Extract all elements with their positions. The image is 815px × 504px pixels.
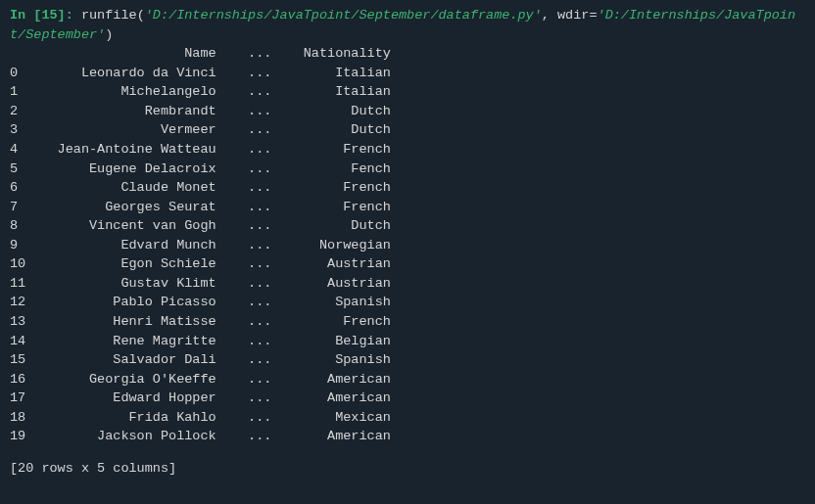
table-row: 10 Egon Schiele ... Austrian: [10, 254, 805, 274]
table-row: 17 Edward Hopper ... American: [10, 389, 805, 408]
table-row: 7 Georges Seurat ... French: [10, 198, 805, 217]
table-body: 0 Leonardo da Vinci ... Italian1 Michela…: [10, 64, 805, 446]
table-footer: [20 rows x 5 columns]: [10, 459, 805, 479]
prompt-close: ]:: [58, 8, 81, 23]
blank-line: [10, 446, 805, 460]
table-row: 15 Salvador Dali ... Spanish: [10, 350, 805, 370]
table-header: Name ... Nationality: [10, 44, 805, 64]
table-row: 19 Jackson Pollock ... American: [10, 427, 805, 446]
table-row: 4 Jean-Antoine Watteau ... French: [10, 140, 805, 160]
table-row: 18 Frida Kahlo ... Mexican: [10, 408, 805, 428]
table-row: 2 Rembrandt ... Dutch: [10, 102, 805, 121]
table-row: 5 Eugene Delacroix ... Fench: [10, 160, 805, 179]
table-row: 9 Edvard Munch ... Norwegian: [10, 236, 805, 255]
command-sep: ,: [542, 8, 557, 23]
prompt-number: 15: [41, 8, 57, 23]
command-kwarg: wdir=: [557, 8, 598, 23]
table-row: 13 Henri Matisse ... French: [10, 312, 805, 332]
table-row: 12 Pablo Picasso ... Spanish: [10, 293, 805, 312]
table-row: 1 Michelangelo ... Italian: [10, 82, 805, 102]
table-row: 0 Leonardo da Vinci ... Italian: [10, 64, 805, 83]
table-row: 6 Claude Monet ... French: [10, 178, 805, 198]
command-close: ): [105, 27, 113, 42]
table-row: 14 Rene Magritte ... Belgian: [10, 332, 805, 351]
command-arg1: 'D:/Internships/JavaTpoint/September/dat…: [145, 8, 542, 23]
command-func: runfile(: [81, 8, 145, 23]
table-row: 11 Gustav Klimt ... Austrian: [10, 274, 805, 294]
table-row: 3 Vermeer ... Dutch: [10, 120, 805, 140]
table-row: 16 Georgia O'Keeffe ... American: [10, 370, 805, 389]
input-prompt-line[interactable]: In [15]: runfile('D:/Internships/JavaTpo…: [10, 6, 805, 44]
table-row: 8 Vincent van Gogh ... Dutch: [10, 216, 805, 236]
prompt-label: In [: [10, 8, 41, 23]
